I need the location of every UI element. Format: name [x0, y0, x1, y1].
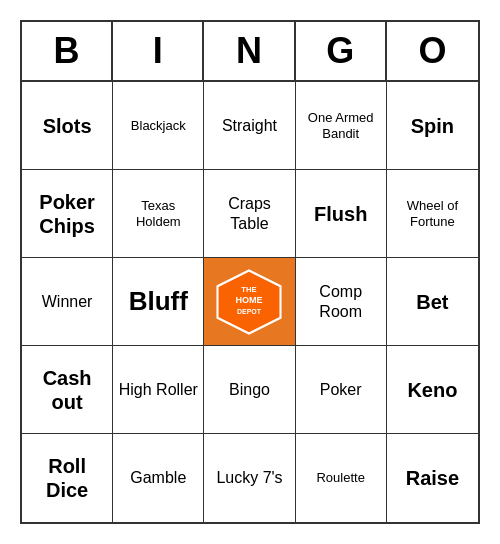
- bingo-cell: Slots: [22, 82, 113, 170]
- header-letter: N: [204, 22, 295, 80]
- cell-text: Keno: [407, 378, 457, 402]
- cell-text: Flush: [314, 202, 367, 226]
- bingo-cell: Spin: [387, 82, 478, 170]
- bingo-cell: Bet: [387, 258, 478, 346]
- bingo-cell: Roll Dice: [22, 434, 113, 522]
- cell-text: Blackjack: [131, 118, 186, 134]
- cell-text: Roulette: [316, 470, 364, 486]
- bingo-cell: One Armed Bandit: [296, 82, 387, 170]
- cell-text: High Roller: [119, 380, 198, 399]
- bingo-grid: SlotsBlackjackStraightOne Armed BanditSp…: [22, 82, 478, 522]
- bingo-cell: Lucky 7's: [204, 434, 295, 522]
- svg-text:THE: THE: [242, 284, 257, 293]
- bingo-cell: Texas Holdem: [113, 170, 204, 258]
- bingo-cell: Craps Table: [204, 170, 295, 258]
- cell-text: Gamble: [130, 468, 186, 487]
- bingo-cell: Bingo: [204, 346, 295, 434]
- cell-text: Winner: [42, 292, 93, 311]
- cell-text: Wheel of Fortune: [391, 198, 474, 229]
- cell-text: Bluff: [129, 286, 188, 317]
- bingo-cell: Raise: [387, 434, 478, 522]
- svg-text:HOME: HOME: [236, 295, 263, 305]
- cell-text: Roll Dice: [26, 454, 108, 502]
- bingo-cell: Cash out: [22, 346, 113, 434]
- cell-text: Slots: [43, 114, 92, 138]
- bingo-cell: Keno: [387, 346, 478, 434]
- cell-text: Comp Room: [300, 282, 382, 320]
- bingo-cell: Straight: [204, 82, 295, 170]
- bingo-cell: Poker Chips: [22, 170, 113, 258]
- bingo-card: BINGO SlotsBlackjackStraightOne Armed Ba…: [20, 20, 480, 524]
- bingo-cell: Blackjack: [113, 82, 204, 170]
- cell-text: Cash out: [26, 366, 108, 414]
- bingo-cell: Winner: [22, 258, 113, 346]
- cell-text: Craps Table: [208, 194, 290, 232]
- bingo-cell: THEHOMEDEPOT: [204, 258, 295, 346]
- cell-text: Straight: [222, 116, 277, 135]
- cell-text: Lucky 7's: [216, 468, 282, 487]
- bingo-cell: Wheel of Fortune: [387, 170, 478, 258]
- header-letter: I: [113, 22, 204, 80]
- bingo-cell: Flush: [296, 170, 387, 258]
- cell-text: Spin: [411, 114, 454, 138]
- bingo-cell: Bluff: [113, 258, 204, 346]
- svg-text:DEPOT: DEPOT: [237, 307, 262, 314]
- cell-text: One Armed Bandit: [300, 110, 382, 141]
- header-letter: O: [387, 22, 478, 80]
- bingo-cell: Roulette: [296, 434, 387, 522]
- bingo-header: BINGO: [22, 22, 478, 82]
- bingo-cell: High Roller: [113, 346, 204, 434]
- home-depot-logo: THEHOMEDEPOT: [214, 267, 284, 337]
- bingo-cell: Comp Room: [296, 258, 387, 346]
- header-letter: B: [22, 22, 113, 80]
- header-letter: G: [296, 22, 387, 80]
- bingo-cell: Poker: [296, 346, 387, 434]
- cell-text: Bingo: [229, 380, 270, 399]
- bingo-cell: Gamble: [113, 434, 204, 522]
- cell-text: Poker: [320, 380, 362, 399]
- cell-text: Texas Holdem: [117, 198, 199, 229]
- cell-text: Poker Chips: [26, 190, 108, 238]
- cell-text: Raise: [406, 466, 459, 490]
- cell-text: Bet: [416, 290, 448, 314]
